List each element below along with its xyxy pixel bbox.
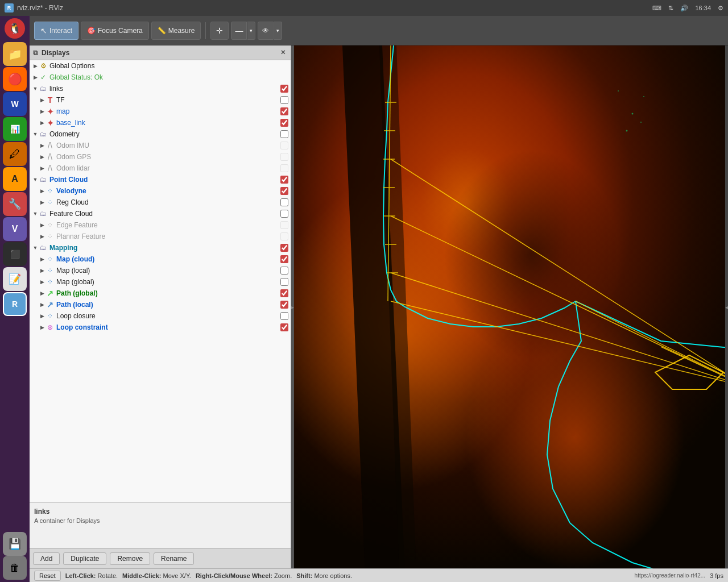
dock-item-firefox[interactable]: 🔴 xyxy=(3,67,27,91)
dock-item-terminal[interactable]: ⬛ xyxy=(3,242,27,266)
move-button[interactable]: ✛ xyxy=(210,22,229,40)
path-global-item[interactable]: ▶ ↗ Path (global) xyxy=(30,288,291,299)
velodyne-checkbox[interactable] xyxy=(280,187,288,195)
map-global-arrow[interactable]: ▶ xyxy=(39,278,46,285)
edge-feature-arrow[interactable]: ▶ xyxy=(39,222,46,228)
global-status-item[interactable]: ▶ ✓ Global Status: Ok xyxy=(30,72,291,83)
odom-imu-item[interactable]: ▶ /\ Odom IMU xyxy=(30,140,291,151)
dock-item-rviz[interactable]: R xyxy=(3,292,27,316)
odometry-group[interactable]: ▼ 🗂 Odometry xyxy=(30,128,291,140)
reg-cloud-arrow[interactable]: ▶ xyxy=(39,199,46,206)
map-local-arrow[interactable]: ▶ xyxy=(39,267,46,274)
global-status-arrow[interactable]: ▶ xyxy=(32,74,39,81)
dock-item-tools[interactable]: 🔧 xyxy=(3,192,27,216)
plannar-feature-checkbox[interactable] xyxy=(280,232,288,240)
base-link-checkbox[interactable] xyxy=(280,119,288,127)
odom-lidar-item[interactable]: ▶ /\ Odom lidar xyxy=(30,163,291,174)
velodyne-item[interactable]: ▶ ⁘ Velodyne xyxy=(30,185,291,197)
mapping-group[interactable]: ▼ 🗂 Mapping xyxy=(30,242,291,253)
reset-button[interactable]: Reset xyxy=(34,571,61,581)
global-options-item[interactable]: ▶ ⚙ Global Options xyxy=(30,60,291,72)
loop-closure-item[interactable]: ▶ ⁘ Loop closure xyxy=(30,310,291,322)
map-global-checkbox[interactable] xyxy=(280,278,288,286)
point-cloud-arrow[interactable]: ▼ xyxy=(32,176,39,183)
measure-button[interactable]: 📏 Measure xyxy=(151,22,201,40)
displays-close-button[interactable]: ✕ xyxy=(278,48,287,57)
reg-cloud-checkbox[interactable] xyxy=(280,198,288,206)
path-global-arrow[interactable]: ▶ xyxy=(39,290,46,297)
dock-item-calc[interactable]: 📊 xyxy=(3,117,27,141)
tf-arrow[interactable]: ▶ xyxy=(39,97,46,103)
eye-dropdown-arrow[interactable]: ▾ xyxy=(274,22,282,40)
feature-cloud-arrow[interactable]: ▼ xyxy=(32,210,39,217)
links-group[interactable]: ▼ 🗂 links xyxy=(30,83,291,94)
path-local-checkbox[interactable] xyxy=(280,301,288,309)
map-checkbox[interactable] xyxy=(280,107,288,115)
remove-button[interactable]: Remove xyxy=(110,552,150,565)
odom-gps-arrow[interactable]: ▶ xyxy=(39,153,46,160)
dock-item-draw[interactable]: 🖊 xyxy=(3,142,27,166)
map-cloud-checkbox[interactable] xyxy=(280,255,288,263)
add-button[interactable]: Add xyxy=(33,552,60,565)
path-local-arrow[interactable]: ▶ xyxy=(39,301,46,308)
edge-feature-item[interactable]: ▶ ⁘ Edge Feature xyxy=(30,219,291,231)
plannar-feature-arrow[interactable]: ▶ xyxy=(39,233,46,240)
odometry-arrow[interactable]: ▼ xyxy=(32,131,39,138)
dock-item-amazon[interactable]: A xyxy=(3,167,27,191)
dock-item-editor[interactable]: 📝 xyxy=(3,267,27,291)
links-arrow[interactable]: ▼ xyxy=(32,85,39,92)
feature-cloud-group[interactable]: ▼ 🗂 Feature Cloud xyxy=(30,208,291,219)
view-right-splitter[interactable]: ◂ xyxy=(725,45,728,568)
odom-lidar-checkbox[interactable] xyxy=(280,164,288,172)
base-link-item[interactable]: ▶ ✦ base_link xyxy=(30,117,291,128)
velodyne-arrow[interactable]: ▶ xyxy=(39,188,46,194)
plannar-feature-item[interactable]: ▶ ⁘ Plannar Feature xyxy=(30,231,291,242)
map-cloud-item[interactable]: ▶ ⁘ Map (cloud) xyxy=(30,253,291,265)
mapping-arrow[interactable]: ▼ xyxy=(32,244,39,251)
path-global-checkbox[interactable] xyxy=(280,289,288,297)
tf-item[interactable]: ▶ T TF xyxy=(30,94,291,106)
odom-gps-checkbox[interactable] xyxy=(280,153,288,161)
map-cloud-arrow[interactable]: ▶ xyxy=(39,256,46,263)
dock-item-vpn[interactable]: V xyxy=(3,217,27,241)
global-options-arrow[interactable]: ▶ xyxy=(32,63,39,69)
point-cloud-checkbox[interactable] xyxy=(280,176,288,184)
links-checkbox[interactable] xyxy=(280,85,288,93)
odom-lidar-arrow[interactable]: ▶ xyxy=(39,165,46,172)
loop-constraint-arrow[interactable]: ▶ xyxy=(39,324,46,331)
point-cloud-group[interactable]: ▼ 🗂 Point Cloud xyxy=(30,174,291,185)
odometry-checkbox[interactable] xyxy=(280,130,288,138)
focus-camera-button[interactable]: 🎯 Focus Camera xyxy=(81,22,149,40)
view-left-splitter[interactable]: ▸ xyxy=(291,45,294,568)
path-local-item[interactable]: ▶ ↗ Path (local) xyxy=(30,299,291,310)
odom-imu-checkbox[interactable] xyxy=(280,142,288,149)
reg-cloud-item[interactable]: ▶ ⁘ Reg Cloud xyxy=(30,197,291,208)
dock-item-trash[interactable]: 🗑 xyxy=(3,556,27,580)
odom-imu-arrow[interactable]: ▶ xyxy=(39,142,46,149)
edge-feature-checkbox[interactable] xyxy=(280,221,288,229)
map-global-item[interactable]: ▶ ⁘ Map (global) xyxy=(30,276,291,288)
eye-button[interactable]: 👁 xyxy=(258,22,274,40)
map-item[interactable]: ▶ ✦ map xyxy=(30,106,291,117)
mapping-checkbox[interactable] xyxy=(280,244,288,252)
loop-constraint-item[interactable]: ▶ ⊛ Loop constraint xyxy=(30,322,291,333)
dock-item-files[interactable]: 📁 xyxy=(3,42,27,66)
interact-button[interactable]: ↖ Interact xyxy=(34,22,78,40)
map-local-checkbox[interactable] xyxy=(280,267,288,275)
dock-item-libreoffice[interactable]: W xyxy=(3,92,27,116)
map-local-item[interactable]: ▶ ⁘ Map (local) xyxy=(30,265,291,276)
map-arrow[interactable]: ▶ xyxy=(39,108,46,115)
tf-checkbox[interactable] xyxy=(280,96,288,104)
color-dropdown-arrow[interactable]: ▾ xyxy=(247,22,255,40)
3d-view[interactable]: ◂ ▸ xyxy=(291,45,728,568)
loop-closure-checkbox[interactable] xyxy=(280,312,288,320)
feature-cloud-checkbox[interactable] xyxy=(280,210,288,218)
loop-constraint-checkbox[interactable] xyxy=(280,323,288,331)
color-button[interactable]: — xyxy=(231,22,247,40)
rename-button[interactable]: Rename xyxy=(154,552,194,565)
loop-closure-arrow[interactable]: ▶ xyxy=(39,313,46,319)
base-link-arrow[interactable]: ▶ xyxy=(39,119,46,126)
dock-item-disk[interactable]: 💾 xyxy=(3,532,27,556)
dock-item-ubuntu[interactable]: 🐧 xyxy=(5,18,25,39)
odom-gps-item[interactable]: ▶ /\ Odom GPS xyxy=(30,151,291,163)
